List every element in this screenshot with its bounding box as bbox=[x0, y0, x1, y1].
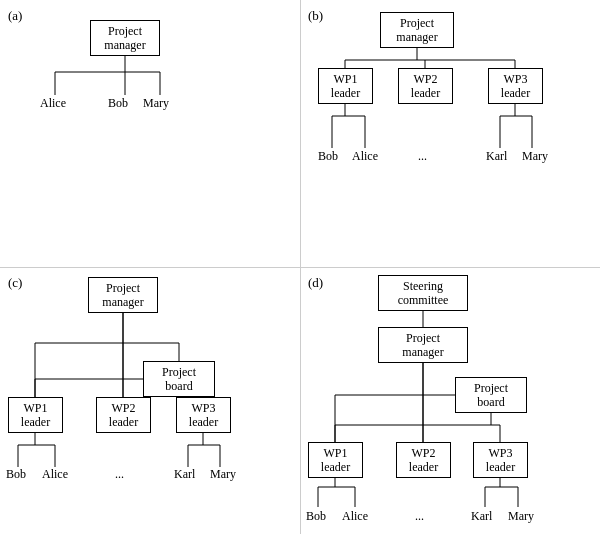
box-wp2-b: WP2leader bbox=[398, 68, 453, 104]
label-bob-c: Bob bbox=[6, 467, 26, 482]
label-mary-c: Mary bbox=[210, 467, 236, 482]
vertical-divider bbox=[300, 0, 301, 534]
label-mary-a: Mary bbox=[143, 96, 169, 111]
quadrant-c: (c) Projectmanager Projectboard WP1leade… bbox=[0, 267, 300, 534]
label-a: (a) bbox=[8, 8, 22, 24]
box-pb-d: Projectboard bbox=[455, 377, 527, 413]
label-karl-b: Karl bbox=[486, 149, 507, 164]
box-wp2-c: WP2leader bbox=[96, 397, 151, 433]
label-dots-b: ... bbox=[418, 149, 427, 164]
label-mary-b: Mary bbox=[522, 149, 548, 164]
box-wp1-c: WP1leader bbox=[8, 397, 63, 433]
label-d: (d) bbox=[308, 275, 323, 291]
box-wp2-d: WP2leader bbox=[396, 442, 451, 478]
box-wp3-c: WP3leader bbox=[176, 397, 231, 433]
label-dots-d: ... bbox=[415, 509, 424, 524]
box-wp3-d: WP3leader bbox=[473, 442, 528, 478]
box-wp1-d: WP1leader bbox=[308, 442, 363, 478]
quadrant-a: (a) Projectmanager Alice Bob Mary bbox=[0, 0, 300, 267]
box-sc-d: Steeringcommittee bbox=[378, 275, 468, 311]
label-alice-a: Alice bbox=[40, 96, 66, 111]
box-pm-b: Projectmanager bbox=[380, 12, 454, 48]
label-alice-c: Alice bbox=[42, 467, 68, 482]
label-bob-d: Bob bbox=[306, 509, 326, 524]
label-c: (c) bbox=[8, 275, 22, 291]
label-dots-c: ... bbox=[115, 467, 124, 482]
label-karl-d: Karl bbox=[471, 509, 492, 524]
label-karl-c: Karl bbox=[174, 467, 195, 482]
quadrant-b: (b) Projectmanager WP1leader WP2leader W… bbox=[300, 0, 600, 267]
box-wp3-b: WP3leader bbox=[488, 68, 543, 104]
box-wp1-b: WP1leader bbox=[318, 68, 373, 104]
quadrant-d: (d) Steeringcommittee Projectmanager Pro… bbox=[300, 267, 600, 534]
label-alice-d: Alice bbox=[342, 509, 368, 524]
box-pm-a: Projectmanager bbox=[90, 20, 160, 56]
label-bob-a: Bob bbox=[108, 96, 128, 111]
box-pm-c: Projectmanager bbox=[88, 277, 158, 313]
label-mary-d: Mary bbox=[508, 509, 534, 524]
label-bob-b: Bob bbox=[318, 149, 338, 164]
box-pb-c: Projectboard bbox=[143, 361, 215, 397]
page: (a) Projectmanager Alice Bob Mary bbox=[0, 0, 600, 534]
label-alice-b: Alice bbox=[352, 149, 378, 164]
label-b: (b) bbox=[308, 8, 323, 24]
box-pm-d: Projectmanager bbox=[378, 327, 468, 363]
